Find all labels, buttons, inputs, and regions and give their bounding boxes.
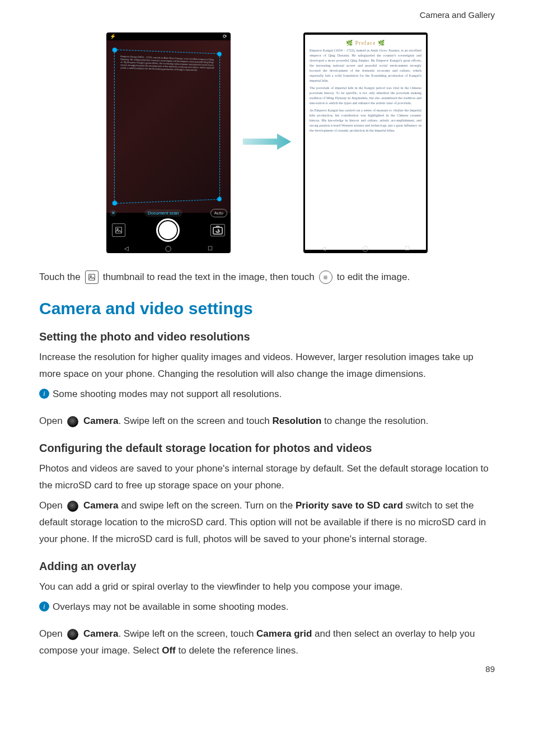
preface-p2: The porcelain of imperial kiln in the Ka… — [310, 85, 421, 105]
figure: ⚡ ⟳ Emperor Kangxi (1654 – 1722), named … — [39, 32, 495, 253]
document-scan-outline: Emperor Kangxi (1654 – 1722), named as A… — [114, 49, 220, 204]
preface-title: 🌿 Preface 🌿 — [310, 40, 421, 45]
sub3-heading: Adding an overlay — [39, 560, 495, 573]
sub1-para: Increase the resolution for higher quali… — [39, 349, 495, 382]
camera-label: Camera — [83, 628, 118, 639]
off-label: Off — [162, 645, 176, 656]
sub3-open-line: Open Camera. Swipe left on the screen, t… — [39, 626, 495, 659]
flash-icon: ⚡ — [110, 34, 116, 39]
svg-rect-0 — [116, 227, 122, 234]
caption-line: Touch the thumbnail to read the text in … — [39, 269, 495, 286]
caption-suffix: to edit the image. — [337, 269, 410, 286]
auto-chip: Auto — [210, 209, 227, 217]
svg-point-1 — [117, 228, 118, 230]
close-icon: ✕ — [110, 210, 116, 217]
sub2-heading: Configuring the default storage location… — [39, 442, 495, 455]
info-icon: i — [39, 389, 49, 399]
camera-switch-icon — [210, 224, 225, 236]
preface-p1: Emperor Kangxi (1654 – 1722), named as A… — [310, 48, 421, 83]
gallery-thumbnail-icon — [112, 223, 125, 237]
phone-camera-screenshot: ⚡ ⟳ Emperor Kangxi (1654 – 1722), named … — [106, 32, 231, 253]
sub3-note-text: Overlays may not be available in some sh… — [53, 599, 288, 615]
sub3-para: You can add a grid or spiral overlay to … — [39, 578, 495, 595]
page-number: 89 — [485, 664, 495, 674]
sub3-note: i Overlays may not be available in some … — [39, 599, 495, 615]
scan-mode-label: Document scan — [144, 209, 182, 217]
priority-label: Priority save to SD card — [296, 500, 403, 511]
sub1-note: i Some shooting modes may not support al… — [39, 386, 495, 403]
sub2-open-line: Open Camera and swipe left on the screen… — [39, 497, 495, 548]
gallery-icon — [85, 270, 99, 284]
sub1-heading: Setting the photo and video resolutions — [39, 330, 495, 343]
phone-result-screenshot: 🌿 Preface 🌿 Emperor Kangxi (1654 – 1722)… — [303, 32, 428, 253]
sub2-para1: Photos and videos are saved to your phon… — [39, 460, 495, 494]
preface-p3: As Emperor Kangxi has carried out a seri… — [310, 108, 421, 133]
camera-label: Camera — [83, 416, 118, 426]
arrow-icon — [242, 128, 292, 157]
caption-prefix: Touch the — [39, 269, 81, 286]
info-icon: i — [39, 601, 49, 612]
shutter-button — [156, 218, 180, 242]
svg-point-4 — [90, 276, 91, 277]
caption-mid: thumbnail to read the text in the image,… — [103, 269, 315, 286]
sub1-open-line: Open Camera. Swipe left on the screen an… — [39, 413, 495, 430]
refresh-icon: ⟳ — [223, 34, 227, 39]
camera-label: Camera — [83, 500, 118, 511]
camera-app-icon — [67, 629, 78, 640]
edit-list-icon — [319, 270, 332, 284]
camera-grid-label: Camera grid — [256, 628, 312, 639]
page-header: Camera and Gallery — [420, 10, 495, 20]
svg-rect-3 — [88, 274, 95, 281]
section-heading: Camera and video settings — [39, 299, 495, 318]
camera-app-icon — [67, 416, 78, 427]
android-navbar: ◁◯☐ — [303, 243, 428, 253]
resolution-label: Resolution — [272, 416, 321, 426]
scanned-text-preview: Emperor Kangxi (1654 – 1722), named as A… — [115, 50, 219, 76]
camera-app-icon — [67, 501, 78, 512]
android-navbar: ◁◯☐ — [106, 243, 231, 253]
sub1-note-text: Some shooting modes may not support all … — [53, 386, 282, 403]
